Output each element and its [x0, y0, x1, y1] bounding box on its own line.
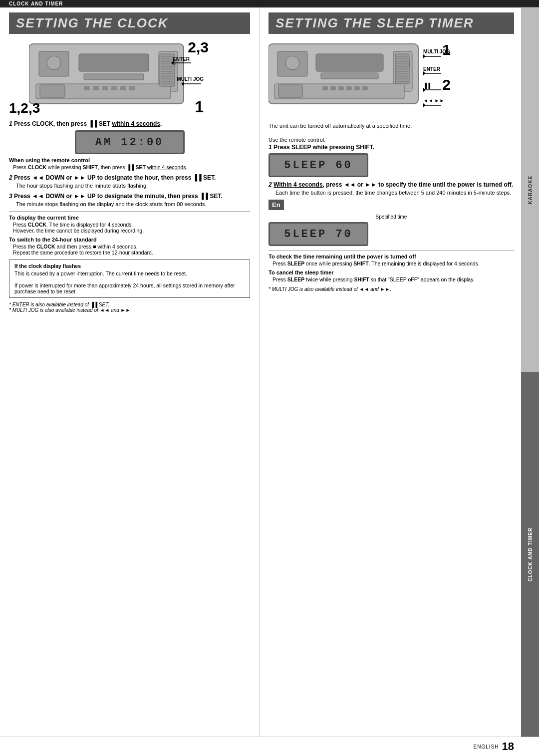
right-footnote-text: * MULTI JOG is also available instead of…: [269, 286, 514, 292]
right-step2-body: Each time the button is pressed, the tim…: [275, 190, 514, 196]
footer-page: 18: [502, 740, 514, 753]
warning-body2: If power is interrupted for more than ap…: [14, 282, 245, 294]
callout-1: 1: [195, 98, 204, 116]
lcd-text-1: AM 12:00: [95, 136, 164, 149]
svg-rect-12: [120, 86, 126, 90]
display-time-body: Press CLOCK. The time is displayed for 4…: [13, 222, 250, 234]
rwff-arrow: [422, 102, 442, 109]
enter-right-arrow: [422, 70, 442, 77]
en-box: En: [269, 200, 284, 210]
svg-marker-60: [423, 54, 426, 58]
step2-body: The hour stops flashing and the minute s…: [16, 183, 250, 189]
svg-marker-66: [423, 103, 426, 107]
left-diagram-container: 2,3 ENTER MULTI JOG 1,2,3 1: [9, 39, 209, 116]
right-intro1: The unit can be turned off automatically…: [269, 123, 514, 129]
right-section-title: SETTING THE SLEEP TIMER: [269, 12, 514, 34]
lcd-sleep70-text: 5LEEP 70: [284, 228, 353, 241]
footer-lang: ENGLISH: [474, 744, 499, 750]
right-step2: 2 Within 4 seconds, press ◄◄ or ►► to sp…: [269, 181, 514, 246]
svg-rect-35: [316, 54, 383, 71]
left-section-title: SETTING THE CLOCK: [9, 12, 250, 34]
check-time-section: To check the time remaining until the po…: [269, 253, 514, 266]
right-intro2: Use the remote control.: [269, 137, 514, 143]
svg-rect-9: [93, 86, 99, 90]
display-time-section: To display the current time Press CLOCK.…: [9, 215, 250, 234]
step3-header: 3 Press ◄◄ DOWN or ►► UP to designate th…: [9, 193, 250, 200]
svg-marker-31: [181, 82, 184, 86]
footnote2: * MULTI JOG is also available instead of…: [9, 307, 250, 313]
step2: 2 Press ◄◄ DOWN or ►► UP to designate th…: [9, 174, 250, 189]
svg-point-2: [47, 56, 61, 70]
step2-header: 2 Press ◄◄ DOWN or ►► UP to designate th…: [9, 174, 250, 181]
warning-title: If the clock display flashes: [14, 263, 245, 269]
multijog-right-arrow: [422, 53, 442, 60]
svg-rect-8: [84, 86, 90, 90]
right-column: SETTING THE SLEEP TIMER: [260, 7, 539, 737]
enter-arrow: [171, 58, 196, 68]
switch24-section: To switch to the 24-hour standard Press …: [9, 237, 250, 255]
callout-123: 1,2,3: [9, 100, 40, 116]
right-callout-2: 2: [442, 76, 451, 93]
page: CLOCK AND TIMER SETTING THE CLOCK: [0, 0, 539, 756]
right-callout-1: 1: [442, 41, 451, 58]
svg-rect-11: [111, 86, 117, 90]
warning-body1: This is caused by a power interruption. …: [14, 270, 245, 276]
footnote1: * ENTER is also available instead of ▐▐ …: [9, 302, 250, 307]
warning-box: If the clock display flashes This is cau…: [9, 259, 250, 298]
top-bar-label: CLOCK AND TIMER: [9, 1, 63, 6]
right-footnote: * MULTI JOG is also available instead of…: [269, 286, 514, 292]
remote-control-body: Press CLOCK while pressing SHIFT, then p…: [13, 164, 250, 170]
main-content: SETTING THE CLOCK: [0, 7, 539, 737]
right-step1-header: 1 Press SLEEP while pressing SHIFT.: [269, 144, 514, 151]
lcd-sleep70: 5LEEP 70: [269, 222, 368, 246]
right-device-diagram: [269, 39, 423, 109]
multijog-arrow-left: [181, 80, 206, 90]
step1-header: 1 Press CLOCK, then press ▐▐ SET within …: [9, 120, 250, 127]
svg-marker-29: [171, 61, 174, 65]
callout-23: 2,3: [188, 39, 209, 56]
switch24-title: To switch to the 24-hour standard: [9, 237, 250, 243]
right-step2-header: 2 Within 4 seconds, press ◄◄ or ►► to sp…: [269, 181, 514, 188]
en-box-container: En: [269, 198, 514, 212]
display-time-title: To display the current time: [9, 215, 250, 221]
svg-rect-42: [338, 86, 344, 90]
remote-control-title: When using the remote control: [9, 157, 250, 163]
cancel-section: To cancel the sleep timer Press SLEEP tw…: [269, 269, 514, 282]
check-time-body: Press SLEEP once while pressing SHIFT. T…: [272, 260, 514, 266]
page-footer: ENGLISH 18: [0, 737, 539, 756]
svg-rect-36: [321, 73, 378, 79]
vtab-clock: CLOCK AND TIMER: [521, 372, 539, 737]
svg-rect-46: [278, 85, 302, 97]
svg-rect-40: [322, 86, 328, 90]
step3-body: The minute stops flashing on the display…: [16, 201, 250, 207]
vtab-karaoke: KARAOKE: [521, 7, 539, 372]
svg-rect-43: [346, 86, 352, 90]
svg-rect-10: [102, 86, 108, 90]
svg-rect-13: [129, 86, 135, 90]
specified-time-label: Specified time: [269, 214, 514, 220]
left-footnotes: * ENTER is also available instead of ▐▐ …: [9, 302, 250, 313]
top-bar: CLOCK AND TIMER: [0, 0, 539, 7]
lcd-sleep60-text: 5LEEP 60: [284, 159, 353, 172]
svg-rect-14: [40, 85, 65, 97]
svg-rect-45: [362, 86, 368, 90]
vertical-sidebar: KARAOKE CLOCK AND TIMER: [521, 7, 539, 737]
left-column: SETTING THE CLOCK: [0, 7, 260, 737]
svg-rect-41: [330, 86, 336, 90]
svg-rect-44: [354, 86, 360, 90]
remote-control-note: When using the remote control Press CLOC…: [9, 157, 250, 170]
step1: 1 Press CLOCK, then press ▐▐ SET within …: [9, 120, 250, 170]
left-device-diagram: [29, 39, 189, 109]
right-diagram-container: MULTI JOG ENTER ▐▐ ◄◄ ►►: [269, 39, 478, 119]
pause-right-arrow: [422, 86, 442, 93]
cancel-body: Press SLEEP twice while pressing SHIFT s…: [272, 276, 514, 282]
svg-marker-64: [423, 88, 426, 92]
step1-number: 1: [9, 120, 12, 127]
step3: 3 Press ◄◄ DOWN or ►► UP to designate th…: [9, 193, 250, 207]
right-step1: 1 Press SLEEP while pressing SHIFT. 5LEE…: [269, 144, 514, 177]
check-time-title: To check the time remaining until the po…: [269, 253, 514, 259]
switch24-body: Press the CLOCK and then press ■ within …: [13, 244, 250, 255]
lcd-sleep60: 5LEEP 60: [269, 153, 368, 177]
cancel-title: To cancel the sleep timer: [269, 269, 514, 275]
svg-point-34: [285, 56, 299, 70]
